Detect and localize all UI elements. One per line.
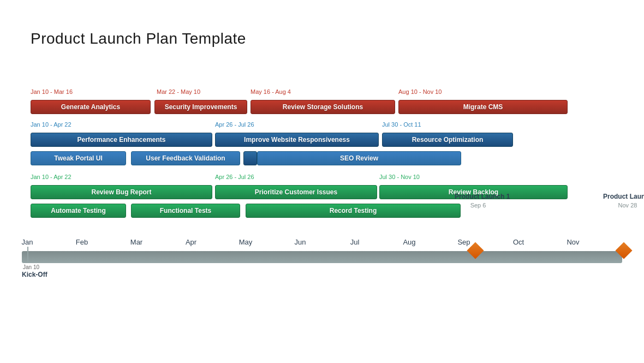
bar-functional-tests[interactable]: Functional Tests: [131, 204, 240, 218]
row1-date2: Mar 22 - May 10: [157, 88, 200, 95]
milestone1-date: Sep 6: [462, 202, 494, 209]
timeline-track: [22, 251, 622, 263]
kickoff-date: Jan 10: [23, 264, 39, 270]
kickoff-label: Kick-Off: [22, 271, 47, 278]
month-jan: Jan: [22, 238, 33, 246]
bar-user-feedback[interactable]: User Feedback Validation: [131, 151, 240, 165]
bar-migrate-cms[interactable]: Migrate CMS: [398, 100, 568, 114]
month-aug: Aug: [403, 238, 415, 246]
month-nov: Nov: [567, 238, 579, 246]
bar-security-improvements[interactable]: Security Improvements: [154, 100, 247, 114]
row2-date3: Jul 30 - Oct 11: [382, 121, 421, 128]
page-title: Product Launch Plan Template: [31, 30, 246, 47]
bar-seo-review[interactable]: SEO Review: [257, 151, 461, 165]
milestone1-container: Product Launch 1 Sep 6: [463, 191, 496, 209]
bar-review-bug-report[interactable]: Review Bug Report: [31, 185, 212, 199]
row3-date1: Jan 10 - Apr 22: [31, 174, 71, 180]
milestone2-container: Product Launch 2 Nov 28: [611, 191, 644, 209]
bar-review-storage[interactable]: Review Storage Solutions: [251, 100, 395, 114]
row1-date3: May 16 - Aug 4: [251, 88, 291, 95]
bar-seo-marker: [243, 151, 257, 165]
month-sep: Sep: [457, 238, 470, 246]
row3-date2: Apr 26 - Jul 26: [215, 174, 254, 180]
milestone2-label: Product Launch 2: [603, 193, 644, 200]
month-apr: Apr: [186, 238, 196, 246]
bar-performance-enhancements[interactable]: Performance Enhancements: [31, 133, 212, 147]
bar-resource-optimization[interactable]: Resource Optimization: [382, 133, 513, 147]
bar-tweak-portal[interactable]: Tweak Portal UI: [31, 151, 126, 165]
row1-date4: Aug 10 - Nov 10: [398, 88, 442, 95]
kickoff-marker: [27, 247, 28, 263]
bar-prioritize-customer[interactable]: Prioritize Customer Issues: [215, 185, 377, 199]
milestone1-label: Product Launch 1: [455, 193, 510, 200]
bar-automate-testing[interactable]: Automate Testing: [31, 204, 126, 218]
month-feb: Feb: [76, 238, 88, 246]
month-oct: Oct: [513, 238, 524, 246]
row2-date2: Apr 26 - Jul 26: [215, 121, 254, 128]
row3-date3: Jul 30 - Nov 10: [379, 174, 420, 180]
row2-date1: Jan 10 - Apr 22: [31, 121, 71, 128]
month-jun: Jun: [295, 238, 306, 246]
month-may: May: [239, 238, 253, 246]
month-jul: Jul: [350, 238, 360, 246]
milestone2-date: Nov 28: [611, 202, 644, 209]
bar-record-testing[interactable]: Record Testing: [246, 204, 461, 218]
bar-generate-analytics[interactable]: Generate Analytics: [31, 100, 151, 114]
month-mar: Mar: [130, 238, 142, 246]
row1-date1: Jan 10 - Mar 16: [31, 88, 73, 95]
bar-improve-website[interactable]: Improve Website Responsiveness: [215, 133, 379, 147]
